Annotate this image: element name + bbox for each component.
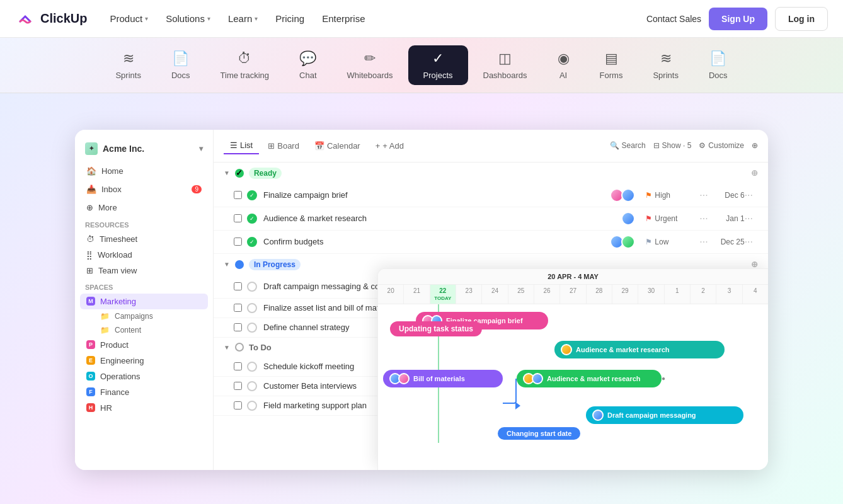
tab-ai[interactable]: ◉ AI: [542, 45, 585, 85]
sprints-icon: ≋: [123, 50, 134, 67]
team-view-icon: ⊞: [86, 266, 93, 275]
tab-sprints[interactable]: ≋ Sprints: [100, 45, 156, 85]
task-checkbox[interactable]: [234, 323, 242, 331]
task-checkbox[interactable]: [234, 401, 242, 410]
nav-item-learn[interactable]: Learn ▾: [221, 8, 265, 29]
view-tab-calendar[interactable]: 📅 Calendar: [308, 137, 367, 154]
view-tab-add[interactable]: + + Add: [369, 137, 410, 154]
group-chevron-icon: ▼: [224, 169, 230, 176]
sidebar-space-product[interactable]: P Product: [80, 337, 208, 353]
sidebar-item-home[interactable]: 🏠 Home: [80, 163, 208, 180]
tab-whiteboards[interactable]: ✏ Whiteboards: [332, 45, 408, 85]
nav-item-enterprise[interactable]: Enterprise: [314, 8, 372, 29]
task-options-icon[interactable]: ···: [745, 213, 753, 224]
task-checkbox[interactable]: [234, 191, 242, 199]
task-checkbox[interactable]: [234, 382, 242, 390]
sidebar-resource-workload[interactable]: ⣿ Workload: [80, 247, 208, 263]
tab-forms[interactable]: ▤ Forms: [585, 45, 638, 85]
board-icon: ⊞: [268, 141, 275, 151]
chevron-down-icon: ▾: [255, 15, 258, 22]
sidebar-subitem-content[interactable]: 📁 Content: [80, 323, 208, 337]
avatar: [398, 373, 410, 384]
tab-docs2[interactable]: 📄 Docs: [694, 45, 743, 85]
gantt-col: 30: [638, 285, 664, 304]
dashboards-icon: ◫: [498, 50, 512, 67]
gantt-col: 20: [378, 285, 404, 304]
view-tabs: ☰ List ⊞ Board 📅 Calendar + + Add: [224, 137, 410, 154]
tab-sprints2[interactable]: ≋ Sprints: [638, 45, 693, 85]
task-checkbox[interactable]: [234, 238, 242, 246]
tab-dashboards[interactable]: ◫ Dashboards: [468, 45, 542, 85]
nav-item-product[interactable]: Product ▾: [102, 8, 156, 29]
bar-link-icon: ●: [662, 375, 665, 382]
sidebar-space-engineering[interactable]: E Engineering: [80, 353, 208, 369]
gantt-bar[interactable]: Bill of materials ⠿: [383, 370, 503, 387]
task-status-check: [247, 303, 257, 313]
workspace-chevron: ▾: [199, 144, 203, 153]
tab-chat[interactable]: 💬 Chat: [284, 45, 331, 85]
time-tracking-icon: ⏱: [238, 50, 251, 67]
whiteboards-icon: ✏: [364, 50, 376, 67]
sidebar-space-hr[interactable]: H HR: [80, 400, 208, 416]
group-chevron-icon: ▼: [224, 261, 230, 268]
avatar: [621, 235, 635, 249]
contact-sales-link[interactable]: Contact Sales: [646, 14, 701, 24]
group-add-icon[interactable]: ⊕: [751, 168, 758, 178]
feature-tabs: ≋ Sprints 📄 Docs ⏱ Time tracking 💬 Chat …: [0, 38, 843, 93]
customize-action[interactable]: ⚙ Customize: [699, 141, 744, 150]
tab-time-tracking[interactable]: ⏱ Time tracking: [205, 45, 285, 85]
nav-item-pricing[interactable]: Pricing: [268, 8, 312, 29]
sidebar-space-marketing[interactable]: M Marketing: [80, 294, 208, 309]
group-header-ready[interactable]: ▼ ✓ Ready ⊕: [214, 163, 768, 184]
operations-space-dot: O: [86, 372, 95, 381]
chevron-down-icon: ▾: [207, 15, 210, 22]
sidebar-item-more[interactable]: ⊕ More: [80, 199, 208, 216]
gantt-col: 24: [482, 285, 508, 304]
docs-icon: 📄: [172, 50, 189, 67]
signup-button[interactable]: Sign Up: [709, 8, 767, 30]
add-circle-action[interactable]: ⊕: [752, 141, 758, 150]
task-checkbox[interactable]: [234, 362, 242, 370]
search-action[interactable]: 🔍 Search: [610, 141, 646, 150]
search-icon: 🔍: [610, 141, 619, 150]
add-circle-icon: ⊕: [752, 141, 758, 150]
show-action[interactable]: ⊟ Show · 5: [653, 141, 692, 150]
hr-space-dot: H: [86, 403, 95, 412]
task-more-icon[interactable]: ···: [699, 213, 708, 224]
table-row[interactable]: ✓ Audience & market research ⚑ Urgent ··…: [214, 207, 768, 231]
view-tab-list[interactable]: ☰ List: [224, 137, 259, 154]
gantt-bar[interactable]: Audience & market research: [554, 341, 725, 358]
sidebar-item-inbox[interactable]: 📥 Inbox 9: [80, 181, 208, 198]
task-more-icon[interactable]: ···: [699, 190, 708, 201]
sidebar-resource-timesheet[interactable]: ⏱ Timesheet: [80, 231, 208, 247]
group-add-icon[interactable]: ⊕: [751, 260, 758, 269]
login-button[interactable]: Log in: [775, 7, 828, 31]
sidebar-subitem-campaigns[interactable]: 📁 Campaigns: [80, 309, 208, 323]
logo[interactable]: ClickUp: [15, 9, 87, 29]
gantt-bar[interactable]: Draft campaign messaging: [586, 406, 743, 424]
task-more-icon[interactable]: ···: [699, 236, 708, 248]
sidebar-space-operations[interactable]: O Operations: [80, 369, 208, 384]
projects-icon: ✓: [432, 50, 444, 67]
task-checkbox[interactable]: [234, 304, 242, 312]
view-tab-board[interactable]: ⊞ Board: [261, 137, 306, 154]
spaces-section-title: Spaces: [75, 278, 213, 294]
task-checkbox[interactable]: [234, 282, 242, 290]
inbox-badge: 9: [192, 185, 202, 193]
app-window: ✦ Acme Inc. ▾ 🏠 Home 📥 Inbox 9 ⊕ More: [75, 130, 768, 470]
table-row[interactable]: ✓ Confirm budgets ⚑ Low ··· Dec 25 ···: [214, 231, 768, 254]
tab-docs[interactable]: 📄 Docs: [156, 45, 205, 85]
task-options-icon[interactable]: ···: [745, 190, 753, 201]
task-status-check: ✓: [247, 214, 257, 224]
gantt-columns: 20 21 22TODAY 23 24 25 26 27 28 29 30 1 …: [378, 285, 768, 304]
nav-item-solutions[interactable]: Solutions ▾: [158, 8, 218, 29]
tab-projects[interactable]: ✓ Projects: [408, 45, 468, 85]
sidebar-space-finance[interactable]: F Finance: [80, 384, 208, 400]
sidebar-resource-teamview[interactable]: ⊞ Team view: [80, 263, 208, 278]
gantt-bar[interactable]: Audience & market research ●: [517, 370, 662, 387]
inprogress-status-dot: [235, 260, 244, 269]
workspace-header[interactable]: ✦ Acme Inc. ▾: [75, 137, 213, 163]
task-options-icon[interactable]: ···: [745, 236, 753, 248]
table-row[interactable]: ✓ Finalize campaign brief ⚑ High ··· Dec…: [214, 184, 768, 207]
task-checkbox[interactable]: [234, 214, 242, 222]
